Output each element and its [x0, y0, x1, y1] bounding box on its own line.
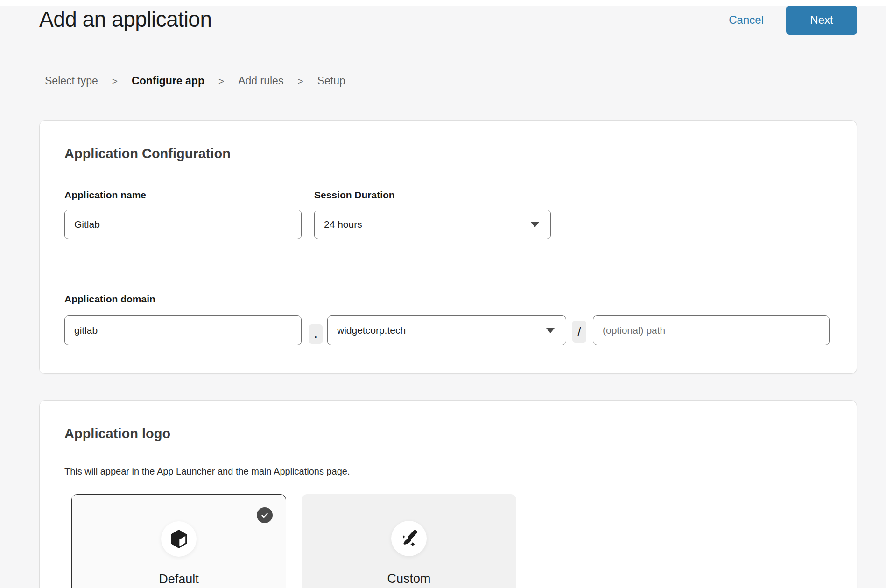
logo-option-default-label: Default — [72, 572, 286, 587]
cube-icon — [169, 529, 188, 549]
breadcrumb-separator: > — [297, 76, 303, 87]
domain-select[interactable]: widgetcorp.tech — [327, 315, 566, 345]
top-white-strip — [0, 0, 886, 6]
breadcrumb-separator: > — [112, 76, 118, 87]
breadcrumb-separator: > — [218, 76, 224, 87]
application-logo-description: This will appear in the App Launcher and… — [64, 466, 350, 477]
paintbrush-icon — [399, 528, 419, 549]
application-domain-label: Application domain — [64, 294, 155, 305]
logo-option-default[interactable]: Default — [71, 494, 286, 588]
logo-option-custom[interactable]: Custom — [302, 494, 516, 588]
chevron-down-icon — [531, 222, 539, 227]
application-name-label: Application name — [64, 189, 146, 201]
custom-logo-circle — [391, 521, 427, 556]
breadcrumb: Select type > Configure app > Add rules … — [45, 75, 345, 87]
breadcrumb-step-select-type[interactable]: Select type — [45, 75, 98, 87]
next-button[interactable]: Next — [786, 6, 857, 35]
path-input[interactable] — [593, 315, 830, 345]
chevron-down-icon — [546, 328, 555, 333]
application-configuration-card: Application Configuration Application na… — [39, 120, 857, 374]
session-duration-select[interactable]: 24 hours — [314, 210, 551, 239]
application-logo-heading: Application logo — [64, 426, 170, 441]
logo-option-custom-label: Custom — [302, 572, 516, 586]
session-duration-label: Session Duration — [314, 189, 395, 201]
page-title: Add an application — [39, 7, 212, 32]
cancel-button[interactable]: Cancel — [729, 14, 764, 27]
breadcrumb-step-add-rules[interactable]: Add rules — [238, 75, 283, 87]
subdomain-input[interactable] — [64, 315, 302, 345]
dot-separator: . — [309, 324, 323, 344]
slash-separator: / — [572, 321, 586, 343]
application-configuration-heading: Application Configuration — [64, 146, 231, 161]
application-logo-card: Application logo This will appear in the… — [39, 400, 857, 588]
session-duration-value: 24 hours — [324, 219, 362, 230]
breadcrumb-step-setup[interactable]: Setup — [317, 75, 345, 87]
breadcrumb-step-configure-app[interactable]: Configure app — [132, 75, 204, 87]
default-logo-circle — [161, 521, 197, 557]
domain-value: widgetcorp.tech — [337, 325, 406, 336]
header-actions: Cancel Next — [729, 6, 857, 35]
selected-check-icon — [257, 507, 273, 523]
application-name-input[interactable] — [64, 210, 302, 239]
